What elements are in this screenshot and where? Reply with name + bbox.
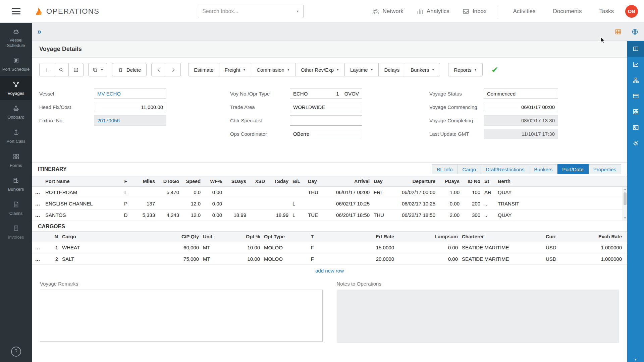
sidebar-item-port-calls[interactable]: Port Calls <box>0 124 32 148</box>
chtr-specialist-field[interactable] <box>290 115 362 126</box>
cell[interactable]: P <box>119 198 133 209</box>
cell[interactable]: MT <box>201 253 222 265</box>
sidebar-item-claims[interactable]: Claims <box>0 196 32 220</box>
estimate-button[interactable]: Estimate <box>188 63 219 76</box>
cell[interactable]: 06/02/17 10:25 <box>325 198 372 209</box>
cell[interactable]: 20.0000 <box>326 253 396 265</box>
expand-panel-icon[interactable]: » <box>37 27 41 36</box>
cell[interactable]: SALT <box>60 253 157 265</box>
laytime-button[interactable]: Laytime▼ <box>345 63 379 76</box>
cell[interactable]: 06/02/17 10:25 <box>390 198 437 209</box>
row-menu-handle[interactable]: … <box>32 253 43 265</box>
card-button[interactable] <box>627 88 644 104</box>
cell[interactable]: QUAY <box>496 209 627 221</box>
cell[interactable]: QUAY <box>496 187 627 198</box>
chevron-down-icon[interactable]: ▼ <box>293 10 299 13</box>
bunkers-button[interactable]: Bunkers▼ <box>405 63 440 76</box>
cell[interactable]: THU <box>372 209 390 221</box>
cell[interactable]: L <box>290 209 306 221</box>
copy-button[interactable]: ▼ <box>88 63 107 76</box>
trade-area-field[interactable]: WORLDWIDE <box>290 102 362 112</box>
tab-properties[interactable]: Properties <box>589 164 621 174</box>
cell[interactable]: 0.00 <box>437 198 462 209</box>
cell[interactable]: 10.00 <box>222 242 262 253</box>
search-button[interactable] <box>54 63 69 76</box>
cell[interactable] <box>224 187 248 198</box>
cell[interactable]: .. <box>482 209 496 221</box>
cell[interactable]: 200 <box>462 198 482 209</box>
cell[interactable]: 0.00 <box>203 209 224 221</box>
cell[interactable]: 1.00 <box>437 187 462 198</box>
cell[interactable]: 1 <box>43 242 60 253</box>
help-button[interactable]: ? <box>11 347 21 357</box>
sidebar-item-onboard[interactable]: Onboard <box>0 100 32 124</box>
tab-bunkers[interactable]: Bunkers <box>529 164 557 174</box>
cell[interactable]: ROTTERDAM <box>43 187 119 198</box>
tab-cargo[interactable]: Cargo <box>458 164 481 174</box>
scroll-down-icon[interactable]: ▼ <box>624 216 627 221</box>
freight-button[interactable]: Freight▼ <box>219 63 252 76</box>
save-button[interactable] <box>69 63 84 76</box>
cell[interactable] <box>290 187 306 198</box>
cell[interactable]: 75,000 <box>157 253 201 265</box>
cell[interactable]: 4,243 <box>157 209 181 221</box>
cell[interactable]: 60,000 <box>157 242 201 253</box>
cell[interactable]: 5,333 <box>133 209 157 221</box>
cargo-row[interactable]: …1WHEAT60,000MT10.00MOLOOF15.00000.00SEA… <box>32 242 627 253</box>
settings-button[interactable] <box>627 135 644 151</box>
cell[interactable]: 0.00 <box>396 253 460 265</box>
vessel-field[interactable]: MV ECHO <box>94 88 166 99</box>
voyage-commencing-field[interactable]: 06/01/17 00:00 <box>484 102 558 112</box>
row-menu-handle[interactable]: … <box>32 209 43 221</box>
cell[interactable]: D <box>119 209 133 221</box>
cell[interactable]: MOLOO <box>262 253 299 265</box>
cell[interactable]: SANTOS <box>43 209 119 221</box>
panel-button[interactable] <box>627 41 644 57</box>
cell[interactable]: TRANSIT <box>496 198 627 209</box>
nav-documents[interactable]: Documents <box>553 8 582 15</box>
cell[interactable]: 0.00 <box>203 198 224 209</box>
cell[interactable]: 2 <box>43 253 60 265</box>
tab-bl-info[interactable]: BL Info <box>432 164 458 174</box>
sidebar-item-bunkers[interactable]: Bunkers <box>0 172 32 196</box>
voyage-remarks-input[interactable] <box>40 290 323 342</box>
cell[interactable]: USD <box>544 242 574 253</box>
scroll-up-icon[interactable]: ▲ <box>624 187 627 192</box>
table-view-icon[interactable] <box>614 28 622 36</box>
cell[interactable]: ENGLISH CHANNEL <box>43 198 119 209</box>
cell[interactable]: F <box>299 242 326 253</box>
cell[interactable]: SEATIDE MARITIME <box>460 242 544 253</box>
cell[interactable] <box>372 198 390 209</box>
delete-button[interactable]: Delete <box>112 63 147 76</box>
cell[interactable] <box>306 198 325 209</box>
cell[interactable]: 18.99 <box>267 209 290 221</box>
cell[interactable]: 1.000000 <box>574 242 627 253</box>
cell[interactable]: AR <box>482 187 496 198</box>
cell[interactable]: 137 <box>133 198 157 209</box>
sidebar-item-forms[interactable]: Forms <box>0 148 32 172</box>
cell[interactable]: USD <box>544 253 574 265</box>
cell[interactable]: MT <box>201 242 222 253</box>
globe-icon[interactable] <box>631 28 639 36</box>
cell[interactable] <box>248 209 267 221</box>
cell[interactable]: 06/20/17 18:50 <box>325 209 372 221</box>
cell[interactable]: L <box>290 198 306 209</box>
cell[interactable]: 1.000000 <box>574 253 627 265</box>
cell[interactable]: 300 <box>462 209 482 221</box>
cell[interactable]: 0.00 <box>396 242 460 253</box>
cell[interactable]: 0.0 <box>181 187 203 198</box>
cell[interactable]: FRI <box>372 187 390 198</box>
scrollbar-thumb[interactable] <box>624 192 627 205</box>
itinerary-row[interactable]: …SANTOSD5,3334,24312.00.0018.9918.99LTUE… <box>32 209 627 221</box>
commission-button[interactable]: Commission▼ <box>251 63 295 76</box>
cell[interactable]: 06/02/17 00:00 <box>390 187 437 198</box>
other-rev-exp-button[interactable]: Other Rev/Exp▼ <box>296 63 345 76</box>
cell[interactable] <box>267 198 290 209</box>
sidebar-item-invoices[interactable]: Invoices <box>0 220 32 244</box>
row-menu-handle[interactable]: … <box>32 187 43 198</box>
voyage-status-field[interactable]: Commenced <box>484 88 558 99</box>
cell[interactable]: 10.00 <box>222 253 262 265</box>
cell[interactable] <box>267 187 290 198</box>
cargo-row[interactable]: …2SALT75,000MT10.00MOLOOF20.00000.00SEAT… <box>32 253 627 265</box>
cell[interactable] <box>133 187 157 198</box>
